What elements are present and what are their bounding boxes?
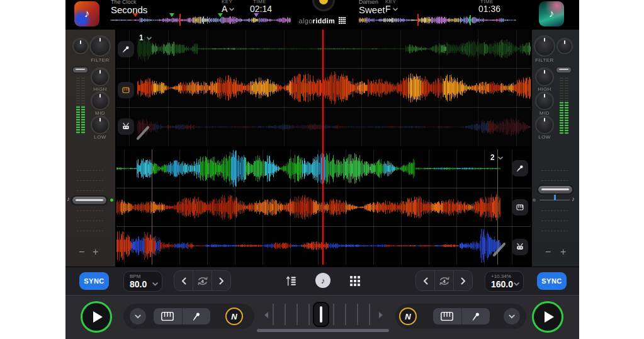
deck2-loop-double-button[interactable] xyxy=(453,271,472,290)
deck1-sync-button[interactable]: SYNC xyxy=(79,272,109,290)
deck2-overview-canvas xyxy=(359,15,516,25)
deck2-sync-dot xyxy=(533,198,536,202)
playhead-line xyxy=(322,30,324,265)
deck1-vocals-stem-button[interactable] xyxy=(118,41,134,57)
track-end-line xyxy=(497,149,498,265)
deck2-sync-button[interactable]: SYNC xyxy=(537,272,567,290)
deck2-pitch-minus-button[interactable]: − xyxy=(545,247,551,257)
deck1-harmonic-stem-button[interactable] xyxy=(118,82,134,98)
main-area: FILTER HIGH MID LOW ♪ − + xyxy=(65,30,579,267)
deck1-play-button[interactable] xyxy=(81,301,112,333)
crossfader-tick xyxy=(369,304,370,325)
deck2-expand-button[interactable] xyxy=(504,308,520,325)
deck1-waveform[interactable] xyxy=(116,30,531,146)
automix-button[interactable] xyxy=(314,0,333,9)
deck1-loop-halve-button[interactable] xyxy=(174,271,193,290)
keyboard-icon xyxy=(440,311,454,321)
page-background: ♪ The Clock Seconds KEY A TIME 02:14 alg… xyxy=(0,0,644,339)
grid-view-button[interactable] xyxy=(350,276,360,286)
microphone-icon xyxy=(515,163,525,173)
deck1-pitch-plus-button[interactable]: + xyxy=(93,247,98,257)
deck1-number-label: 1 xyxy=(139,33,144,42)
deck2-low-eq-knob[interactable] xyxy=(536,117,553,133)
deck1-bpm-label: BPM xyxy=(130,273,140,279)
deck2-filter-knob[interactable] xyxy=(535,37,554,55)
music-note-icon: ♪ xyxy=(321,276,325,285)
microphone-icon xyxy=(470,311,481,322)
chevron-down-icon xyxy=(229,8,234,11)
deck2-mic-button[interactable] xyxy=(461,308,490,325)
deck2-album-art[interactable]: ♪ xyxy=(539,1,564,26)
chevron-down-icon[interactable] xyxy=(498,156,503,160)
deck1-gain-knob[interactable] xyxy=(74,39,88,53)
deck2-bpm-label: +10.34% xyxy=(491,273,511,279)
deck2-high-eq-knob[interactable] xyxy=(536,69,553,85)
chevron-left-icon xyxy=(181,277,186,285)
deck2-play-button[interactable] xyxy=(532,301,563,333)
deck2-volume-fader[interactable] xyxy=(555,66,572,74)
play-icon xyxy=(93,311,103,323)
pitch-tick xyxy=(541,180,568,181)
top-bar: ♪ The Clock Seconds KEY A TIME 02:14 alg… xyxy=(65,0,579,30)
deck2-drums-stem-button[interactable] xyxy=(512,239,528,255)
deck1-loop-button[interactable]: 4 xyxy=(193,271,212,290)
deck1-low-eq-knob[interactable] xyxy=(92,117,108,133)
deck2-neural-mix-button[interactable]: N xyxy=(399,307,417,325)
deck2-cue-marker xyxy=(470,15,471,25)
deck1-tool-toggle xyxy=(154,308,210,325)
deck2-loop-button[interactable]: 4 xyxy=(434,271,453,290)
deck1-high-eq-knob[interactable] xyxy=(92,69,108,85)
deck2-overview-waveform[interactable] xyxy=(359,13,516,26)
deck1-expand-button[interactable] xyxy=(130,308,146,325)
pitch-tick xyxy=(77,210,103,211)
deck1-neural-mix-button[interactable]: N xyxy=(225,307,243,325)
high-label: HIGH xyxy=(532,86,557,92)
algoriddim-grid-icon xyxy=(339,17,346,24)
deck2-bpm-box[interactable]: +10.34% 160.0 xyxy=(485,271,524,292)
deck1-filter-knob[interactable] xyxy=(91,37,110,55)
pitch-tick xyxy=(77,221,103,221)
crossfader-tick xyxy=(273,304,274,325)
deck1-pitch-fader[interactable] xyxy=(71,195,108,205)
mixer-view-button[interactable] xyxy=(286,275,297,287)
deck1-loop-length: 4 xyxy=(201,279,203,284)
waveform-region: 1 xyxy=(116,30,531,267)
low-label: LOW xyxy=(532,134,557,140)
drums-icon xyxy=(515,242,525,252)
channel-strip-left: FILTER HIGH MID LOW ♪ − + xyxy=(65,30,115,267)
deck1-volume-fader[interactable] xyxy=(72,66,89,74)
high-label: HIGH xyxy=(88,86,113,92)
pitch-tick xyxy=(541,231,568,231)
deck2-gain-knob[interactable] xyxy=(558,39,572,53)
deck1-mid-eq-knob[interactable] xyxy=(92,93,108,109)
deck2-overview-playhead xyxy=(417,14,419,26)
deck2-mid-eq-knob[interactable] xyxy=(536,93,553,109)
deck2-harmonic-stem-button[interactable] xyxy=(512,199,528,215)
crossfader-left-arrow-icon xyxy=(264,312,268,318)
deck1-drums-stem-button[interactable] xyxy=(118,118,134,135)
deck2-loop-halve-button[interactable] xyxy=(416,271,434,290)
deck2-pitch-fader[interactable] xyxy=(537,185,573,195)
deck2-waveform[interactable] xyxy=(116,149,531,265)
crossfader-handle[interactable] xyxy=(313,302,329,327)
home-indicator[interactable] xyxy=(257,329,389,332)
deck1-loop-double-button[interactable] xyxy=(212,271,230,290)
logo-text-light: algo xyxy=(299,17,313,25)
drums-icon xyxy=(121,122,131,132)
deck2-drums-row xyxy=(116,227,531,265)
deck2-keyboard-button[interactable] xyxy=(433,308,461,325)
library-button[interactable]: ♪ xyxy=(315,273,330,288)
deck2-vocals-stem-button[interactable] xyxy=(512,160,528,176)
chevron-down-icon[interactable] xyxy=(147,37,152,40)
pitch-tick xyxy=(77,190,103,191)
deck1-keyboard-button[interactable] xyxy=(154,308,182,325)
transport-bar: N N xyxy=(65,295,579,339)
low-label: LOW xyxy=(88,134,113,140)
deck1-sync-dot xyxy=(110,198,113,202)
microphone-icon xyxy=(121,44,131,54)
deck1-mic-button[interactable] xyxy=(182,308,211,325)
deck1-pitch-minus-button[interactable]: − xyxy=(79,247,84,257)
deck1-harmonic-row xyxy=(116,69,531,107)
deck2-pitch-plus-button[interactable]: + xyxy=(560,247,566,257)
deck1-bpm-box[interactable]: BPM 80.0 xyxy=(123,271,162,292)
